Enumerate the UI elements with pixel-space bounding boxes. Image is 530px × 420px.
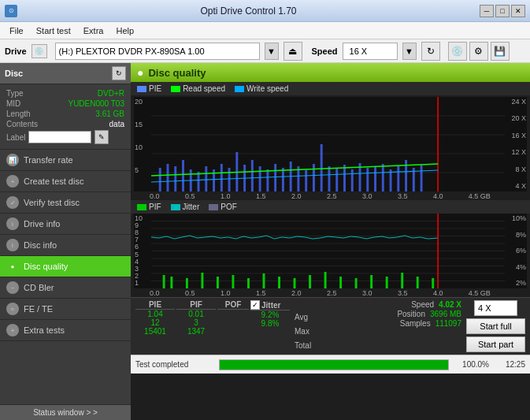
chart2-yr-8pct: 8% — [506, 232, 526, 239]
jitter-stats: ✓ Jitter 9.2% 9.8% — [250, 300, 290, 352]
svg-rect-51 — [186, 278, 188, 288]
menu-start-test[interactable]: Start test — [30, 24, 77, 37]
drive-select[interactable]: (H:) PLEXTOR DVDR PX-890SA 1.00 — [55, 43, 260, 60]
speed-dropdown[interactable]: 4 X — [474, 300, 517, 316]
svg-rect-67 — [432, 278, 434, 288]
speed-info: Speed 4.02 X Position 3696 MB Samples 11… — [397, 300, 461, 352]
svg-rect-25 — [321, 144, 323, 191]
chart1-x-45: 4.5 GB — [469, 192, 491, 200]
transfer-rate-icon: 📊 — [6, 154, 19, 166]
sidebar-item-create-test-disc[interactable]: + Create test disc — [0, 171, 131, 192]
pof-max — [232, 318, 235, 327]
sidebar-item-drive-info[interactable]: i Drive info — [0, 214, 131, 235]
svg-rect-6 — [174, 166, 176, 191]
fe-te-icon: ≈ — [6, 303, 19, 315]
sidebar-item-label: Verify test disc — [24, 198, 80, 207]
chart1-xaxis: 0.0 0.5 1.0 1.5 2.0 2.5 3.0 3.5 4.0 4.5 … — [131, 191, 530, 200]
save-button[interactable]: 💾 — [491, 42, 510, 61]
pif-label: PIF — [149, 203, 161, 211]
disc-mid-label: MID — [6, 99, 20, 108]
sidebar-item-cd-bler[interactable]: ~ CD Bler — [0, 277, 131, 299]
svg-rect-57 — [278, 277, 280, 288]
svg-rect-10 — [205, 166, 207, 191]
pof-header: POF — [217, 300, 249, 310]
read-speed-color — [171, 86, 180, 92]
svg-rect-33 — [382, 164, 384, 191]
svg-rect-35 — [397, 166, 399, 191]
chart2-x-25: 2.5 — [327, 289, 337, 297]
menu-extra[interactable]: Extra — [77, 24, 110, 37]
pie-color — [137, 86, 146, 92]
refresh-button[interactable]: ↻ — [421, 42, 440, 61]
start-part-button[interactable]: Start part — [466, 336, 525, 352]
sidebar-item-disc-info[interactable]: i Disc info — [0, 235, 131, 256]
progress-percent: 100.0% — [454, 360, 489, 369]
chart2-xaxis: 0.0 0.5 1.0 1.5 2.0 2.5 3.0 3.5 4.0 4.5 … — [131, 288, 530, 297]
main-layout: Disc ↻ Type DVD+R MID YUDEN000 T03 Lengt… — [0, 63, 530, 420]
chart1-yr-16x: 16 X — [506, 132, 526, 139]
svg-rect-26 — [328, 166, 331, 191]
drive-dropdown-arrow[interactable]: ▼ — [265, 43, 279, 60]
svg-rect-34 — [390, 169, 392, 191]
pof-total — [232, 327, 235, 336]
disc-button[interactable]: 💿 — [448, 42, 467, 61]
pif-legend: PIF — [137, 203, 161, 211]
speed-select[interactable]: 16 X — [343, 43, 398, 60]
pof-label: POF — [221, 203, 237, 211]
svg-rect-61 — [339, 277, 342, 288]
chart2-yr-2pct: 2% — [506, 280, 526, 287]
chart1-legend: PIE Read speed Write speed — [131, 82, 530, 95]
toolbar-icons: 💿 ⚙ 💾 — [448, 42, 510, 61]
maximize-button[interactable]: □ — [495, 5, 510, 17]
menu-help[interactable]: Help — [109, 24, 140, 37]
svg-rect-23 — [305, 170, 307, 191]
menu-file[interactable]: File — [3, 24, 30, 37]
speed-value: 4.02 X — [439, 300, 461, 309]
pif-total: 1347 — [187, 327, 205, 336]
chart1-y-15: 15 — [135, 121, 150, 128]
sidebar-item-disc-quality[interactable]: ● Disc quality — [0, 256, 131, 277]
disc-quality-icon: ● — [137, 66, 143, 79]
disc-label-input[interactable] — [28, 131, 91, 143]
chart1-x-1: 1.0 — [221, 192, 231, 200]
svg-rect-32 — [374, 166, 376, 191]
settings-button[interactable]: ⚙ — [469, 42, 488, 61]
chart1-yr-20x: 20 X — [506, 115, 526, 122]
disc-type-label: Type — [6, 89, 24, 98]
disc-refresh-button[interactable]: ↻ — [112, 66, 126, 80]
sidebar-item-transfer-rate[interactable]: 📊 Transfer rate — [0, 150, 131, 171]
chart2-x-45: 4.5 GB — [469, 289, 491, 297]
chart2-x-4: 4.0 — [433, 289, 443, 297]
jitter-checkbox[interactable]: ✓ — [250, 300, 260, 310]
svg-rect-60 — [324, 272, 327, 288]
svg-rect-5 — [167, 164, 169, 191]
status-window-button[interactable]: Status window > > — [0, 404, 131, 420]
disc-mid-value: YUDEN000 T03 — [68, 99, 124, 108]
verify-test-disc-icon: ✓ — [6, 196, 19, 209]
close-button[interactable]: ✕ — [511, 5, 525, 17]
jitter-header: Jitter — [261, 301, 280, 310]
drive-icon: 💿 — [32, 44, 47, 58]
sidebar-item-verify-test-disc[interactable]: ✓ Verify test disc — [0, 192, 131, 214]
svg-rect-24 — [313, 164, 315, 191]
minimize-button[interactable]: ─ — [480, 5, 494, 17]
label-edit-button[interactable]: ✎ — [95, 130, 109, 144]
sidebar-item-extra-tests[interactable]: + Extra tests — [0, 320, 131, 341]
speed-dropdown-arrow[interactable]: ▼ — [402, 43, 417, 60]
disc-quality-header: ● Disc quality — [131, 63, 530, 82]
disc-label-key: Label — [6, 133, 25, 142]
samples-key: Samples — [400, 319, 431, 328]
svg-rect-58 — [294, 278, 296, 288]
svg-rect-56 — [263, 273, 265, 288]
start-full-button[interactable]: Start full — [466, 318, 525, 334]
position-key: Position — [397, 310, 425, 318]
chart1-x-0: 0.0 — [150, 192, 160, 200]
disc-type-row: Type DVD+R — [6, 89, 124, 98]
chart1: 20 15 10 5 — [134, 97, 527, 191]
jitter-total — [269, 328, 272, 336]
svg-rect-64 — [386, 277, 388, 288]
sidebar-item-label: Create test disc — [24, 177, 83, 186]
write-speed-color — [235, 86, 244, 92]
eject-button[interactable]: ⏏ — [284, 42, 302, 61]
sidebar-item-fe-te[interactable]: ≈ FE / TE — [0, 299, 131, 320]
